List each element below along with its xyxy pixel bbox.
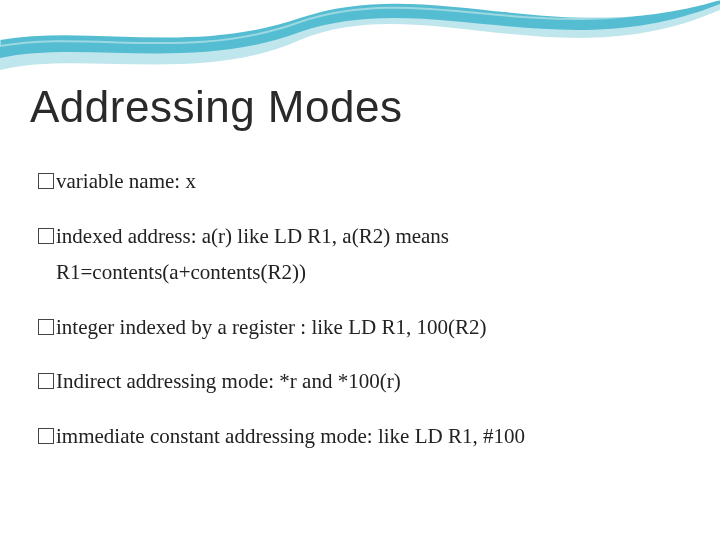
- bullet-item: immediate constant addressing mode: like…: [38, 420, 682, 453]
- bullet-item: Indirect addressing mode: *r and *100(r): [38, 365, 682, 398]
- bullet-text: variable name: x: [56, 169, 196, 193]
- bullet-item: indexed address: a(r) like LD R1, a(R2) …: [38, 220, 682, 289]
- bullet-text-continuation: R1=contents(a+contents(R2)): [56, 256, 682, 289]
- square-bullet-icon: [38, 228, 54, 244]
- slide: Addressing Modes variable name: x indexe…: [0, 0, 720, 540]
- bullet-item: variable name: x: [38, 165, 682, 198]
- square-bullet-icon: [38, 428, 54, 444]
- bullet-text: immediate constant addressing mode: like…: [56, 424, 525, 448]
- bullet-text: Indirect addressing mode: *r and *100(r): [56, 369, 401, 393]
- bullet-text: indexed address: a(r) like LD R1, a(R2) …: [56, 224, 449, 248]
- bullet-item: integer indexed by a register : like LD …: [38, 311, 682, 344]
- slide-title: Addressing Modes: [30, 82, 402, 132]
- square-bullet-icon: [38, 373, 54, 389]
- bullet-text: integer indexed by a register : like LD …: [56, 315, 486, 339]
- slide-body: variable name: x indexed address: a(r) l…: [38, 165, 682, 474]
- square-bullet-icon: [38, 173, 54, 189]
- square-bullet-icon: [38, 319, 54, 335]
